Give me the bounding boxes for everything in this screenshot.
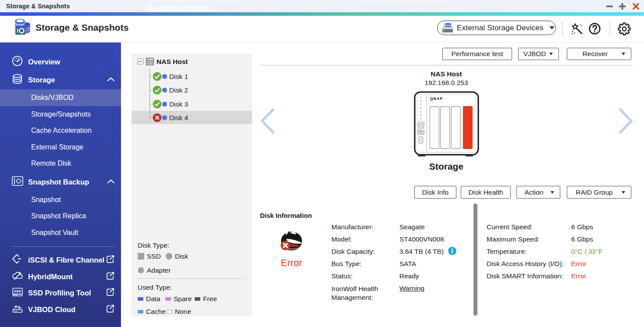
svg-text:QNAP: QNAP <box>430 96 443 101</box>
svg-text:RAID: RAID <box>445 24 451 26</box>
svg-text:SSD: SSD <box>14 289 21 293</box>
